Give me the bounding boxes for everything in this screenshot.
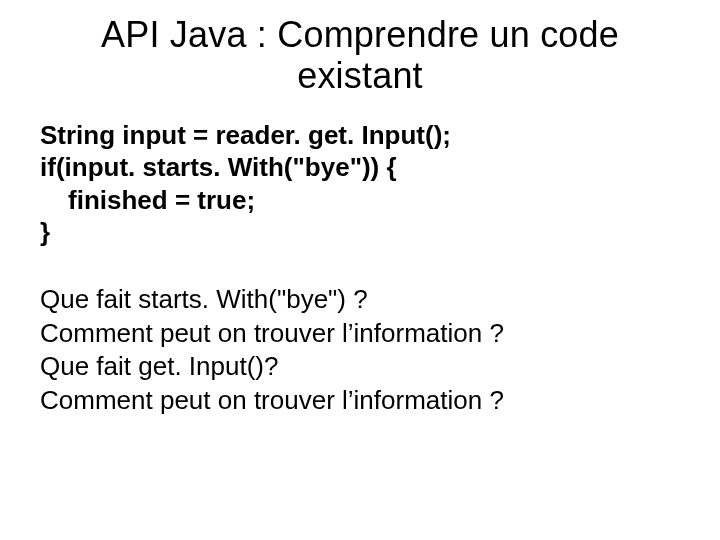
code-line-2: if(input. starts. With("bye")) { xyxy=(40,151,680,184)
code-block: String input = reader. get. Input(); if(… xyxy=(40,119,680,249)
question-1: Que fait starts. With("bye") ? xyxy=(40,283,680,317)
questions-block: Que fait starts. With("bye") ? Comment p… xyxy=(40,283,680,418)
slide-title: API Java : Comprendre un code existant xyxy=(40,14,680,97)
code-line-3: finished = true; xyxy=(40,184,680,217)
question-2: Comment peut on trouver l’information ? xyxy=(40,317,680,351)
code-line-1: String input = reader. get. Input(); xyxy=(40,119,680,152)
code-line-4: } xyxy=(40,216,680,249)
question-3: Que fait get. Input()? xyxy=(40,350,680,384)
slide: API Java : Comprendre un code existant S… xyxy=(0,0,720,540)
question-4: Comment peut on trouver l’information ? xyxy=(40,384,680,418)
